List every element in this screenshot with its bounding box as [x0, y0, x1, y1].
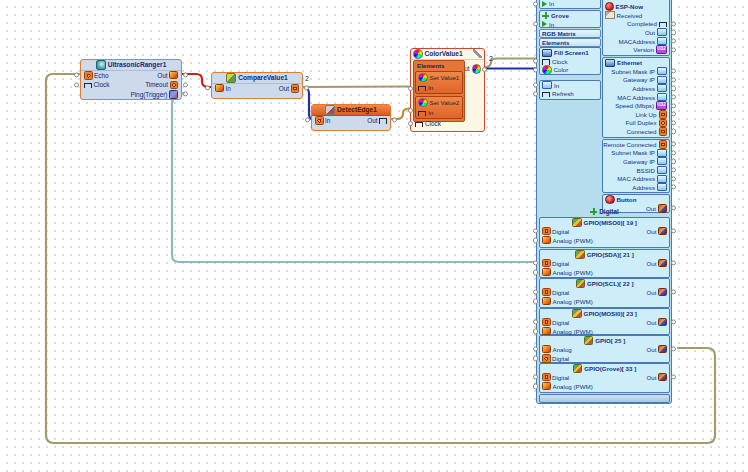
analog-pin-icon: [542, 345, 551, 353]
elements-container[interactable]: Elements Set Value1 In Set Value2 In: [413, 60, 465, 122]
gpio-header[interactable]: GPIO(Grove)[ 33 ]: [540, 364, 669, 373]
wire-colorvalue-to-fillclock[interactable]: [486, 59, 537, 68]
gpio-section-21[interactable]: GPIO(SDA)[ 21 ] Digital Out Analog (PWM): [539, 249, 670, 278]
pin-row[interactable]: Connected: [603, 127, 669, 136]
block-header[interactable]: UltrasonicRanger1: [81, 60, 181, 71]
display-block[interactable]: In Refresh: [539, 80, 601, 100]
set-value1-element[interactable]: Set Value1 In: [415, 71, 463, 94]
elements-bar[interactable]: Elements: [539, 38, 601, 47]
pin-row[interactable]: Completed: [603, 20, 669, 29]
pin-row[interactable]: Address: [603, 183, 669, 192]
gpio-section-19[interactable]: GPIO(MISO0)[ 19 ] Digital Out Analog (PW…: [539, 217, 670, 248]
pin-row[interactable]: In: [540, 0, 600, 8]
block-header[interactable]: ColorValue1: [411, 49, 484, 60]
pin-row[interactable]: Address: [603, 84, 669, 93]
section-title: GPIO(MOSI0)[ 23 ]: [584, 310, 637, 317]
pin-row[interactable]: Subnet Mask IP: [603, 149, 669, 158]
pin-row[interactable]: Analog (PWM): [540, 236, 669, 245]
analog-pin-icon: [542, 297, 551, 305]
block-detectedge1[interactable]: DetectEdge1 In Out: [311, 104, 391, 131]
pin-row[interactable]: Subnet Mask IP: [603, 67, 669, 76]
pin-row[interactable]: In Out: [312, 116, 390, 126]
block-ultrasonicranger1[interactable]: UltrasonicRanger1 Echo Out Clock Timeout…: [80, 59, 182, 100]
grove-header[interactable]: Grove: [540, 11, 600, 20]
gpio-section-33[interactable]: GPIO(Grove)[ 33 ] Digital Out Analog (PW…: [539, 363, 670, 393]
gpio-header[interactable]: GPIO(MISO0)[ 19 ]: [540, 218, 669, 227]
espnow-block[interactable]: ESP-Now Received Completed Out MACAddres…: [602, 0, 670, 56]
design-canvas[interactable]: UltrasonicRanger1 Echo Out Clock Timeout…: [0, 0, 748, 472]
pin-row[interactable]: Digital Out: [540, 227, 669, 236]
element-title: Received: [617, 12, 643, 19]
pin-row[interactable]: Full Duplex: [603, 119, 669, 128]
ethernet-block[interactable]: Ethernet Subnet Mask IP Gateway IP Addre…: [602, 57, 670, 138]
gpio-header[interactable]: GPIO[ 25 ]: [540, 336, 669, 345]
pin-row[interactable]: Analog (PWM): [540, 382, 669, 391]
pin-row[interactable]: Clock: [540, 57, 600, 66]
ethernet-header[interactable]: Ethernet: [603, 58, 669, 67]
pin-row[interactable]: Gateway IP: [603, 76, 669, 85]
pin-connector[interactable]: [408, 121, 413, 126]
block-header[interactable]: CompareValue1: [212, 73, 302, 84]
remote-block[interactable]: Remote Connected Subnet Mask IP Gateway …: [602, 139, 670, 193]
gpio-header[interactable]: GPIO(MOSI0)[ 23 ]: [540, 309, 669, 318]
gpio-section-23[interactable]: GPIO(MOSI0)[ 23 ] Digital Out Analog (PW…: [539, 308, 670, 335]
pin-connector[interactable]: [482, 67, 487, 72]
grove-block[interactable]: Grove In: [539, 10, 601, 28]
pin-row[interactable]: Analog (PWM): [540, 268, 669, 277]
gpio-header[interactable]: GPIO(SCL)[ 22 ]: [540, 279, 669, 288]
pin-row[interactable]: Gateway IP: [603, 157, 669, 166]
pin-row[interactable]: Color: [540, 66, 600, 75]
gpio-section-25[interactable]: GPIO[ 25 ] Analog Out Digital: [539, 335, 670, 363]
pin-row[interactable]: Digital Out: [540, 318, 669, 327]
block-header[interactable]: DetectEdge1: [312, 105, 390, 116]
ethernet-icon: [605, 59, 615, 67]
pin-row[interactable]: MAC Address: [603, 174, 669, 183]
pin-label: Clock: [425, 120, 441, 127]
pin-row[interactable]: BSSID: [603, 166, 669, 175]
fill-screen-block[interactable]: Fill Screen1 Clock Color: [539, 47, 601, 75]
pin-label: Speed (Mbps): [615, 102, 654, 109]
digital-pin-icon: [542, 259, 551, 268]
analog-pin-icon: [169, 71, 178, 79]
rgb-matrix-bar[interactable]: RGB Matrix: [539, 29, 601, 38]
module-panel[interactable]: In Grove In RGB Matrix Elements Fill Scr…: [536, 0, 672, 404]
pin-row[interactable]: MACAddress: [603, 37, 669, 46]
panel-top-in-block[interactable]: In: [539, 0, 601, 9]
espnow-header[interactable]: ESP-Now: [603, 2, 669, 12]
pin-row[interactable]: In: [540, 20, 600, 29]
pin-clock[interactable]: Clock: [415, 120, 441, 127]
pin-row[interactable]: Link Up: [603, 110, 669, 119]
pin-row[interactable]: Refresh: [540, 90, 600, 99]
fill-screen-header[interactable]: Fill Screen1: [540, 48, 600, 57]
pin-row[interactable]: Clock Timeout: [81, 80, 181, 90]
set-value2-element[interactable]: Set Value2 In: [415, 96, 463, 119]
pin-row[interactable]: Remote Connected: [603, 140, 669, 149]
pin-row[interactable]: Digital Out: [540, 288, 669, 297]
gpio-group-header[interactable]: Digital: [539, 207, 670, 217]
block-colorvalue1[interactable]: ColorValue1 Out Elements Set Value1 In S…: [410, 48, 485, 132]
pin-row[interactable]: Digital Out: [540, 259, 669, 268]
pin-row[interactable]: Digital: [540, 354, 669, 363]
wire-compare-to-setvalue1[interactable]: [303, 87, 409, 88]
pin-row[interactable]: Version U32: [603, 45, 669, 54]
pin-row[interactable]: Analog (PWM): [540, 297, 669, 306]
gpio-section-22[interactable]: GPIO(SCL)[ 22 ] Digital Out Analog (PWM): [539, 278, 670, 308]
pin-row[interactable]: Ping(Trigger): [81, 90, 181, 100]
pin-row[interactable]: MAC Address: [603, 93, 669, 102]
pin-row[interactable]: Echo Out: [81, 71, 181, 81]
digital-pin-icon: [84, 71, 93, 80]
pin-label: Gateway IP: [623, 158, 655, 165]
analog-pin-icon: [215, 84, 224, 92]
button-header[interactable]: Button: [603, 195, 669, 204]
pin-row[interactable]: In: [540, 81, 600, 90]
pin-row[interactable]: Analog Out: [540, 345, 669, 354]
wrench-icon[interactable]: [473, 49, 482, 58]
pin-label: In: [325, 117, 330, 124]
pin-row[interactable]: Digital Out: [540, 373, 669, 382]
pin-row[interactable]: In Out: [212, 84, 302, 94]
block-comparevalue1[interactable]: CompareValue1 In Out: [211, 72, 303, 99]
received-element[interactable]: Received: [603, 11, 669, 20]
pin-row[interactable]: Speed (Mbps)U32: [603, 101, 669, 110]
pin-row[interactable]: Out: [603, 28, 669, 37]
gpio-header[interactable]: GPIO(SDA)[ 21 ]: [540, 250, 669, 259]
